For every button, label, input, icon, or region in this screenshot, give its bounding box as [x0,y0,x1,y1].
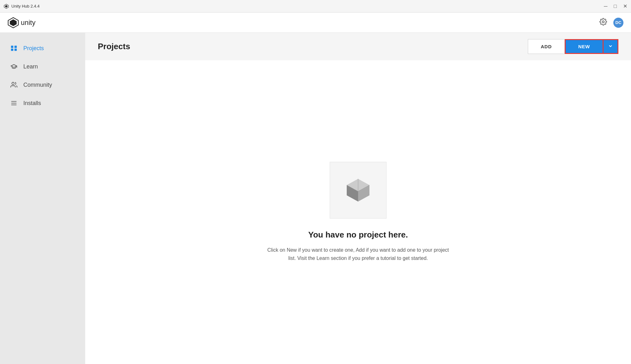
content-header: Projects ADD NEW [85,33,631,60]
empty-state: You have no project here. Click on New i… [263,162,453,262]
main-layout: Projects Learn Community [0,33,631,364]
content-area: Projects ADD NEW [85,33,631,364]
sidebar: Projects Learn Community [0,33,85,364]
app-icon [4,4,9,9]
installs-icon [9,100,18,107]
title-bar: Unity Hub 2.4.4 ─ □ ✕ [0,0,631,13]
svg-rect-7 [11,49,13,51]
svg-rect-6 [15,46,17,48]
svg-marker-3 [10,19,17,26]
cube-icon [344,176,372,204]
window-title: Unity Hub 2.4.4 [11,4,604,9]
svg-rect-8 [15,49,17,51]
new-button-group: NEW [565,39,618,54]
unity-logo-icon [8,17,19,28]
sidebar-label-community: Community [23,82,52,88]
learn-icon [9,63,18,70]
projects-content: You have no project here. Click on New i… [85,60,631,364]
sidebar-label-projects: Projects [23,45,44,52]
new-dropdown-button[interactable] [604,39,618,54]
logo-text: unity [21,19,35,27]
chevron-down-icon [609,44,612,48]
close-button[interactable]: ✕ [623,4,627,9]
empty-description: Click on New if you want to create one, … [263,246,453,262]
user-avatar[interactable]: DC [613,18,623,28]
sidebar-item-projects[interactable]: Projects [0,39,85,57]
gear-icon [599,18,607,26]
community-icon [9,81,18,88]
sidebar-item-community[interactable]: Community [0,76,85,94]
add-button[interactable]: ADD [528,39,565,54]
maximize-button[interactable]: □ [614,4,617,9]
sidebar-label-learn: Learn [23,63,38,70]
logo-container: unity [8,17,599,28]
cube-container [330,162,386,219]
minimize-button[interactable]: ─ [604,4,607,9]
page-title: Projects [98,42,130,51]
sidebar-item-learn[interactable]: Learn [0,57,85,76]
header-right: DC [599,18,623,28]
svg-point-9 [12,82,14,85]
sidebar-label-installs: Installs [23,100,41,107]
window-controls: ─ □ ✕ [604,4,627,9]
svg-rect-5 [11,46,13,48]
projects-icon [9,45,18,52]
svg-marker-1 [5,5,8,8]
empty-title: You have no project here. [308,230,408,240]
svg-point-4 [602,21,604,23]
header-buttons: ADD NEW [528,39,618,54]
new-button[interactable]: NEW [565,39,604,54]
sidebar-item-installs[interactable]: Installs [0,94,85,112]
settings-button[interactable] [599,18,607,27]
app-header: unity DC [0,13,631,33]
